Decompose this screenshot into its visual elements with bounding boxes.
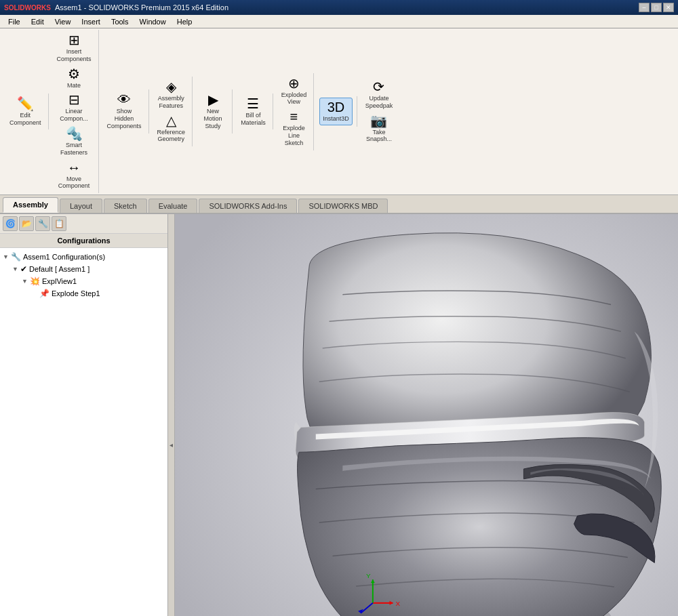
mate-icon: ⚙ (68, 67, 80, 81)
edit-component-icon: ✏️ (17, 97, 34, 110)
menu-insert[interactable]: Insert (76, 16, 106, 27)
tab-solidworks-mbd[interactable]: SOLIDWORKS MBD (298, 199, 388, 213)
tree-expand: ▼ (3, 253, 11, 260)
smart-fasteners-icon: 🔩 (66, 127, 83, 140)
tree-label: Explode Step1 (52, 289, 100, 297)
update-speedpak-icon: ⟳ (373, 80, 384, 94)
tree-expand: ▼ (22, 278, 30, 285)
menu-bar: FileEditViewInsertToolsWindowHelp (0, 15, 678, 28)
tab-layout[interactable]: Layout (60, 199, 102, 213)
smart-fasteners-button[interactable]: 🔩SmartFasteners (58, 125, 90, 159)
tree-expand: ▼ (12, 266, 20, 272)
assembly-features-icon: ◈ (166, 80, 176, 94)
tree-item[interactable]: ▼✔Default [ Assem1 ] (0, 263, 167, 275)
menu-view[interactable]: View (49, 16, 77, 27)
window-title: Assem1 - SOLIDWORKS Premium 2015 x64 Edi… (55, 3, 639, 12)
tab-assembly[interactable]: Assembly (3, 197, 58, 213)
insert-components-icon: ⊞ (68, 33, 80, 47)
configurations-header: Configurations (0, 234, 167, 248)
tree-item[interactable]: ▼🔧Assem1 Configuration(s) (0, 251, 167, 263)
sidebar-toolbar: 🌀📂🔧📋 (0, 214, 167, 234)
update-group: ⟳UpdateSpeedpak📷TakeSnapsh... (359, 77, 400, 146)
take-snapshot-icon: 📷 (370, 114, 387, 127)
move-component-button[interactable]: ↔MoveComponent (56, 159, 93, 192)
tree-icon: 📌 (39, 289, 49, 298)
toolbar: ✏️EditComponent⊞InsertComponents⚙Mate⊟Li… (0, 28, 678, 195)
sidebar-tool-2[interactable]: 🔧 (35, 216, 50, 231)
linear-component-icon: ⊟ (68, 93, 80, 106)
show-group: 👁ShowHiddenComponents (100, 89, 149, 133)
edit-component-group: ✏️EditComponent (3, 94, 49, 130)
insert-group: ⊞InsertComponents⚙Mate⊟LinearCompon...🔩S… (50, 30, 99, 193)
viewport[interactable]: 🔍🔍⟳□▦◻⬡◑⚙☀🎨⊕⚒≡📐◈⊞⬛ (175, 214, 678, 616)
exploded-view-icon: ⊕ (288, 77, 300, 90)
instant3d-icon: 3D (327, 100, 345, 114)
menu-file[interactable]: File (3, 16, 26, 27)
explode-line-sketch-button[interactable]: ≡ExplodeLineSketch (279, 108, 308, 148)
svg-text:X: X (395, 600, 400, 607)
show-hidden-button[interactable]: 👁ShowHiddenComponents (104, 91, 144, 131)
assembly-features-button[interactable]: ◈AssemblyFeatures (155, 78, 187, 112)
app-logo: SOLIDWORKS (4, 4, 51, 12)
tree-item[interactable]: ▼💥ExplView1 (0, 275, 167, 287)
menu-edit[interactable]: Edit (26, 16, 49, 27)
move-component-icon: ↔ (67, 161, 81, 174)
exploded-group: ⊕ExplodedView≡ExplodeLineSketch (275, 73, 315, 150)
collapse-handle[interactable]: ◂ (168, 214, 175, 616)
reference-geometry-button[interactable]: △ReferenceGeometry (155, 112, 188, 146)
sidebar-tool-0[interactable]: 🌀 (3, 216, 18, 231)
exploded-view-button[interactable]: ⊕ExplodedView (279, 75, 310, 108)
menu-window[interactable]: Window (134, 16, 172, 27)
tree-label: ExplView1 (42, 277, 77, 285)
instant3d-button[interactable]: 3DInstant3D (319, 98, 353, 125)
bill-of-materials-icon: ☰ (247, 97, 259, 110)
tree-icon: ✔ (20, 264, 27, 274)
close-button[interactable]: ✕ (663, 3, 674, 12)
tree-label: Default [ Assem1 ] (29, 265, 89, 273)
main-content: 🌀📂🔧📋 Configurations ▼🔧Assem1 Configurati… (0, 214, 678, 616)
sidebar: 🌀📂🔧📋 Configurations ▼🔧Assem1 Configurati… (0, 214, 168, 616)
explode-line-sketch-icon: ≡ (290, 110, 298, 123)
bill-of-materials-button[interactable]: ☰Bill ofMaterials (238, 95, 268, 129)
menu-tools[interactable]: Tools (106, 16, 134, 27)
menu-help[interactable]: Help (172, 16, 198, 27)
insert-components-button[interactable]: ⊞InsertComponents (54, 31, 94, 65)
tree-area: ▼🔧Assem1 Configuration(s)▼✔Default [ Ass… (0, 248, 167, 616)
minimize-button[interactable]: – (639, 3, 650, 12)
ribbon-tabs: AssemblyLayoutSketchEvaluateSOLIDWORKS A… (0, 195, 678, 214)
tree-icon: 💥 (30, 276, 40, 286)
new-motion-study-icon: ▶ (208, 93, 218, 106)
sidebar-tool-1[interactable]: 📂 (19, 216, 34, 231)
take-snapshot-button[interactable]: 📷TakeSnapsh... (363, 112, 395, 146)
motion-group: ▶NewMotionStudy (194, 89, 233, 133)
sidebar-tool-3[interactable]: 📋 (52, 216, 66, 231)
svg-text:Y: Y (366, 572, 371, 579)
linear-component-button[interactable]: ⊟LinearCompon... (57, 91, 91, 125)
assembly-features-group: ◈AssemblyFeatures△ReferenceGeometry (151, 77, 193, 146)
mate-button[interactable]: ⚙Mate (59, 65, 89, 91)
tree-item[interactable]: 📌Explode Step1 (0, 287, 167, 300)
bom-group: ☰Bill ofMaterials (234, 94, 273, 130)
update-speedpak-button[interactable]: ⟳UpdateSpeedpak (363, 78, 396, 112)
reference-geometry-icon: △ (166, 114, 176, 127)
edit-component-button[interactable]: ✏️EditComponent (7, 95, 44, 129)
tree-label: Assem1 Configuration(s) (23, 253, 105, 261)
show-hidden-icon: 👁 (117, 93, 131, 106)
tab-solidworks-addins[interactable]: SOLIDWORKS Add-Ins (199, 199, 297, 213)
instant3d-group: 3DInstant3D (315, 96, 357, 127)
title-bar: SOLIDWORKS Assem1 - SOLIDWORKS Premium 2… (0, 0, 678, 15)
maximize-button[interactable]: □ (651, 3, 662, 12)
3d-model-view: X Y (175, 214, 678, 616)
new-motion-study-button[interactable]: ▶NewMotionStudy (198, 91, 228, 131)
tab-evaluate[interactable]: Evaluate (148, 199, 198, 213)
tree-icon: 🔧 (11, 252, 21, 262)
tab-sketch[interactable]: Sketch (104, 199, 147, 213)
